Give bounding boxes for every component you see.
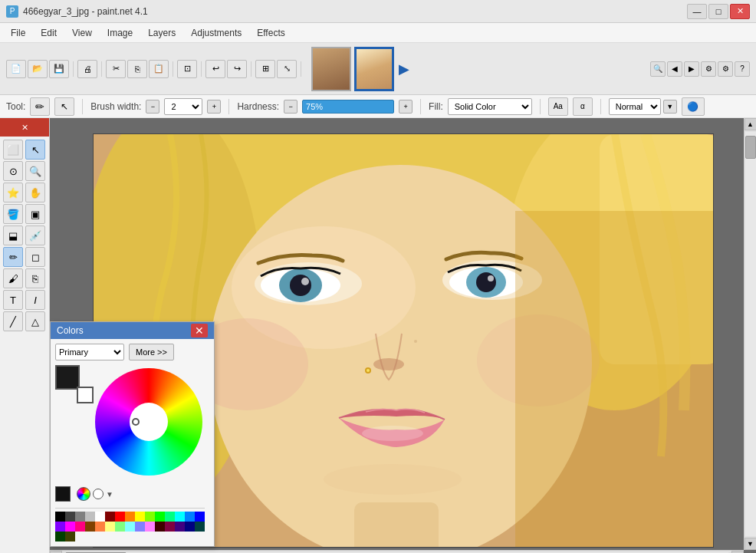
palette-swatch[interactable]	[135, 522, 145, 532]
new-button[interactable]: 📄	[6, 60, 26, 78]
hardness-bar[interactable]: 75%	[302, 100, 394, 114]
scroll-up-button[interactable]: ▲	[744, 118, 757, 130]
eyedropper-tool[interactable]: 💉	[25, 225, 45, 245]
horizontal-scrollbar[interactable]: ◀ ▶	[50, 550, 744, 553]
magic-wand-tool[interactable]: ⭐	[3, 183, 23, 202]
history-forward-button[interactable]: ▶	[684, 61, 699, 77]
palette-swatch[interactable]	[135, 512, 145, 522]
menu-effects[interactable]: Effects	[249, 25, 292, 41]
open-button[interactable]: 📂	[28, 60, 48, 78]
white-circle[interactable]	[93, 489, 104, 499]
alpha-blending-icon[interactable]: α	[573, 97, 593, 116]
text-tool[interactable]: T	[3, 290, 23, 310]
black-swatch[interactable]	[55, 486, 71, 502]
save-button[interactable]: 💾	[49, 60, 69, 78]
undo-button[interactable]: ↩	[205, 60, 225, 78]
rectangle-select-tool[interactable]: ⬜	[3, 140, 23, 160]
zoom-fit-button[interactable]: 🔍	[650, 61, 666, 77]
move-tool-icon[interactable]: ↖	[54, 97, 74, 116]
palette-swatch[interactable]	[175, 512, 185, 522]
clone-stamp-tool[interactable]: ⎘	[25, 268, 45, 288]
palette-swatch[interactable]	[75, 522, 85, 532]
cut-button[interactable]: ✂	[106, 60, 126, 78]
menu-edit[interactable]: Edit	[33, 25, 64, 41]
palette-swatch[interactable]	[55, 532, 65, 541]
history-back-button[interactable]: ◀	[667, 61, 682, 77]
palette-swatch[interactable]	[195, 512, 205, 522]
palette-swatch[interactable]	[155, 512, 165, 522]
canvas-area[interactable]: ▲ ▼ ◀ ▶ Colors ✕ Primary	[50, 118, 756, 553]
copy-button[interactable]: ⎘	[127, 60, 147, 78]
palette-swatch[interactable]	[55, 522, 65, 532]
color-circle-1[interactable]	[77, 487, 90, 501]
palette-swatch[interactable]	[195, 522, 205, 532]
antialiasing-icon[interactable]: Aa	[548, 97, 568, 116]
eraser-tool[interactable]: ◻	[25, 247, 45, 267]
colors-close-button[interactable]: ✕	[191, 324, 208, 337]
brush-width-decrease[interactable]: −	[146, 100, 159, 114]
color-picker-tool[interactable]: ▣	[25, 204, 45, 224]
palette-swatch[interactable]	[105, 512, 115, 522]
scroll-thumb[interactable]	[745, 136, 756, 159]
fill-select[interactable]: No Fill Solid Color Linear Gradient Radi…	[448, 98, 532, 115]
palette-swatch[interactable]	[125, 512, 135, 522]
shapes-tool[interactable]: △	[25, 311, 45, 331]
brush-width-select[interactable]: 2468	[164, 98, 202, 115]
palette-swatch[interactable]	[185, 522, 195, 532]
close-button[interactable]: ✕	[730, 4, 750, 19]
font-italic-tool[interactable]: I	[25, 290, 45, 310]
palette-swatch[interactable]	[85, 522, 95, 532]
palette-swatch[interactable]	[115, 522, 125, 532]
palette-swatch[interactable]	[165, 522, 175, 532]
palette-swatch[interactable]	[65, 522, 75, 532]
blend-mode-select[interactable]: Normal Multiply Screen Overlay	[609, 98, 661, 115]
scroll-left-button[interactable]: ◀	[50, 551, 62, 554]
palette-swatch[interactable]	[115, 512, 125, 522]
resize-button[interactable]: ⤡	[277, 60, 297, 78]
redo-button[interactable]: ↪	[227, 60, 247, 78]
palette-swatch[interactable]	[55, 512, 65, 522]
brush-width-increase[interactable]: +	[207, 100, 221, 114]
paint-bucket-tool[interactable]: 🪣	[3, 204, 23, 224]
zoom-tool[interactable]: 🔍	[25, 161, 45, 181]
thumbnail-2[interactable]	[354, 47, 394, 91]
minimize-button[interactable]: —	[687, 4, 707, 19]
select-all-button[interactable]: ⊡	[177, 60, 197, 78]
pencil-tool-icon[interactable]: ✏	[30, 97, 50, 116]
settings-button[interactable]: ⚙	[718, 61, 733, 77]
palette-swatch[interactable]	[65, 532, 75, 541]
scroll-right-button[interactable]: ▶	[731, 551, 744, 554]
gradient-tool[interactable]: ⬓	[3, 225, 23, 245]
menu-view[interactable]: View	[64, 25, 100, 41]
move-tool[interactable]: ↖	[25, 140, 45, 160]
crop-button[interactable]: ⊞	[255, 60, 275, 78]
menu-adjustments[interactable]: Adjustments	[183, 25, 249, 41]
menu-file[interactable]: File	[3, 25, 33, 41]
pencil-tool[interactable]: ✏	[3, 247, 23, 267]
more-colors-button[interactable]: More >>	[129, 344, 174, 360]
palette-swatch[interactable]	[165, 512, 175, 522]
color-mode-select[interactable]: Primary Secondary	[55, 344, 124, 360]
maximize-button[interactable]: □	[708, 4, 728, 19]
menu-image[interactable]: Image	[100, 25, 140, 41]
palette-swatch[interactable]	[125, 522, 135, 532]
history-menu-button[interactable]: ⚙	[701, 61, 716, 77]
lasso-tool[interactable]: ⊙	[3, 161, 23, 181]
paintbrush-tool[interactable]: 🖌	[3, 268, 23, 288]
palette-swatch[interactable]	[145, 522, 155, 532]
vertical-scrollbar[interactable]: ▲ ▼	[744, 118, 756, 550]
palette-swatch[interactable]	[95, 512, 105, 522]
secondary-color-swatch[interactable]	[77, 387, 94, 403]
palette-swatch[interactable]	[145, 512, 155, 522]
scroll-down-button[interactable]: ▼	[744, 538, 757, 550]
line-curve-tool[interactable]: ╱	[3, 311, 23, 331]
menu-layers[interactable]: Layers	[140, 25, 183, 41]
palette-swatch[interactable]	[155, 522, 165, 532]
palette-swatch[interactable]	[75, 512, 85, 522]
palette-swatch[interactable]	[65, 512, 75, 522]
palette-swatch[interactable]	[105, 522, 115, 532]
pan-tool[interactable]: ✋	[25, 183, 45, 202]
color-wheel[interactable]	[95, 368, 202, 476]
palette-swatch[interactable]	[175, 522, 185, 532]
paste-button[interactable]: 📋	[149, 60, 169, 78]
